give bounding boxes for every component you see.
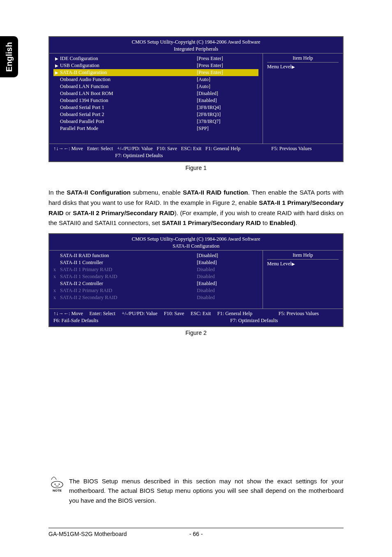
bios1-label: Onboard Serial Port 1 (60, 104, 197, 111)
bios1-row: Onboard Audio Function[Auto] (53, 76, 258, 83)
bios1-label: USB Configuration (60, 63, 197, 69)
foot-move: ↑↓→←: Move (53, 146, 83, 152)
bios1-row: Onboard LAN Function[Auto] (53, 83, 258, 90)
bios2-value: Disabled (197, 288, 258, 294)
bios1-row: ▶IDE Configuration[Press Enter] (53, 55, 258, 62)
bios2-value: Disabled (197, 295, 258, 301)
bios1-value: [3F8/IRQ4] (197, 104, 258, 111)
foot-f5: F5: Previous Values (244, 146, 339, 152)
bios1-value: [Auto] (197, 77, 258, 83)
bios2-row-disabled: xSATA-II 1 Primary RAIDDisabled (53, 266, 258, 273)
bios1-row: Onboard Serial Port 1[3F8/IRQ4] (53, 104, 258, 111)
bios2-row: SATA-II RAID function[Disabled] (53, 252, 258, 259)
bios1-value: [Disabled] (197, 91, 258, 97)
bios1-label: Onboard LAN Function (60, 84, 197, 90)
bios1-row-highlighted: ▶SATA-II Configuration[Press Enter] (53, 69, 258, 76)
submenu-arrow-icon: ▶ (53, 70, 60, 75)
bios2-row: SATA-II 2 Controller[Enabled] (53, 280, 258, 287)
bios1-value: [Press Enter] (197, 56, 258, 62)
bios1-label: Onboard LAN Boot ROM (60, 91, 197, 97)
svg-point-2 (59, 484, 60, 485)
bios1-label: Onboard Parallel Port (60, 118, 197, 125)
bios2-title-line2: SATA-II Configuration (49, 243, 343, 250)
bios1-footer: ↑↓→←: Move Enter: Select +/-/PU/PD: Valu… (49, 144, 343, 161)
bios2-row-disabled: xSATA-II 2 Primary RAIDDisabled (53, 287, 258, 294)
bios2-title: CMOS Setup Utility-Copyright (C) 1984-20… (49, 234, 343, 250)
bios2-help-level: Menu Level▶ (267, 260, 339, 267)
bios1-label: SATA-II Configuration (60, 70, 197, 76)
bios2-label: SATA-II 1 Primary RAID (60, 267, 197, 273)
bios2-value: Disabled (197, 267, 258, 273)
bios2-help-title: Item Help (267, 252, 339, 260)
bios-screenshot-1: CMOS Setup Utility-Copyright (C) 1984-20… (48, 36, 344, 162)
bios2-footer: ↑↓→←: Move Enter: Select +/-/PU/PD: Valu… (49, 309, 343, 326)
bios2-value: Disabled (197, 274, 258, 280)
foot-esc: ESC: Exit (181, 146, 202, 152)
foot-enter: Enter: Select (90, 311, 115, 317)
bios1-body: ▶IDE Configuration[Press Enter] ▶USB Con… (49, 53, 343, 144)
bios1-value: [Enabled] (197, 97, 258, 104)
bios1-title-line2: Integrated Peripherals (49, 46, 343, 53)
bios2-value: [Enabled] (197, 281, 258, 287)
bios1-label: Onboard 1394 Function (60, 97, 197, 104)
bios2-label: SATA-II 2 Controller (60, 281, 197, 287)
foot-f7: F7: Optimized Defaults (230, 318, 339, 324)
bios2-title-line1: CMOS Setup Utility-Copyright (C) 1984-20… (49, 236, 343, 243)
foot-f10: F10: Save (164, 311, 184, 317)
foot-esc: ESC: Exit (191, 311, 211, 317)
bios1-value: [Press Enter] (197, 70, 258, 76)
disabled-x-icon: x (53, 288, 60, 294)
bios2-left-pane: SATA-II RAID function[Disabled] SATA-II … (49, 251, 263, 309)
bios1-value: [378/IRQ7] (197, 118, 258, 125)
foot-f1: F1: General Help (217, 311, 252, 317)
bios2-label: SATA-II 2 Secondary RAID (60, 295, 197, 301)
figure-2-caption: Figure 2 (48, 330, 344, 336)
page-footer: GA-M51GM-S2G Motherboard - 66 - (48, 528, 344, 537)
bios1-value: [Auto] (197, 84, 258, 90)
foot-f10: F10: Save (157, 146, 177, 152)
disabled-x-icon: x (53, 274, 60, 280)
bios1-row: Onboard LAN Boot ROM[Disabled] (53, 90, 258, 97)
bios2-row-disabled: xSATA-II 2 Secondary RAIDDisabled (53, 294, 258, 301)
bios2-label: SATA-II 1 Controller (60, 260, 197, 266)
note-text: The BIOS Setup menus described in this s… (69, 476, 344, 505)
menu-level-arrow-icon: ▶ (292, 65, 295, 69)
bios1-row: Onboard 1394 Function[Enabled] (53, 97, 258, 104)
bios2-value: [Disabled] (197, 253, 258, 259)
bios2-row-disabled: xSATA-II 1 Secondary RAIDDisabled (53, 273, 258, 280)
bios1-label: IDE Configuration (60, 56, 197, 62)
footer-page-number: - 66 - (48, 531, 344, 537)
language-tab: English (0, 36, 18, 77)
bios2-label: SATA-II 1 Secondary RAID (60, 274, 197, 280)
bios1-label: Parallel Port Mode (60, 125, 197, 132)
bios1-value: [2F8/IRQ3] (197, 111, 258, 118)
foot-move: ↑↓→←: Move (53, 311, 83, 317)
bios1-row: Onboard Parallel Port[378/IRQ7] (53, 118, 258, 125)
language-tab-label: English (5, 42, 14, 72)
bios2-body: SATA-II RAID function[Disabled] SATA-II … (49, 250, 343, 309)
bios2-row: SATA-II 1 Controller[Enabled] (53, 259, 258, 266)
bios1-help-pane: Item Help Menu Level▶ (263, 53, 343, 144)
foot-pupd: +/-/PU/PD: Value (117, 146, 153, 152)
bios1-row: Parallel Port Mode[SPP] (53, 125, 258, 132)
bios1-row: ▶USB Configuration[Press Enter] (53, 62, 258, 69)
note-icon: NOTE (48, 476, 66, 492)
page-content: CMOS Setup Utility-Copyright (C) 1984-20… (0, 0, 392, 336)
bios1-title-line1: CMOS Setup Utility-Copyright (C) 1984-20… (49, 39, 343, 46)
submenu-arrow-icon: ▶ (53, 63, 60, 68)
bios1-value: [Press Enter] (197, 63, 258, 69)
svg-point-1 (55, 484, 56, 485)
bios1-value: [SPP] (197, 125, 258, 132)
bios1-left-pane: ▶IDE Configuration[Press Enter] ▶USB Con… (49, 53, 263, 144)
foot-enter: Enter: Select (87, 146, 113, 152)
figure-1-caption: Figure 1 (48, 165, 344, 171)
bios2-label: SATA-II 2 Primary RAID (60, 288, 197, 294)
foot-pupd: +/-/PU/PD: Value (122, 311, 157, 317)
disabled-x-icon: x (53, 295, 60, 301)
bios1-row: Onboard Serial Port 2[2F8/IRQ3] (53, 111, 258, 118)
bios1-help-level: Menu Level▶ (267, 63, 339, 70)
bios1-title: CMOS Setup Utility-Copyright (C) 1984-20… (49, 37, 343, 53)
bios2-label: SATA-II RAID function (60, 253, 197, 259)
bios1-help-title: Item Help (267, 55, 339, 63)
bios2-value: [Enabled] (197, 260, 258, 266)
